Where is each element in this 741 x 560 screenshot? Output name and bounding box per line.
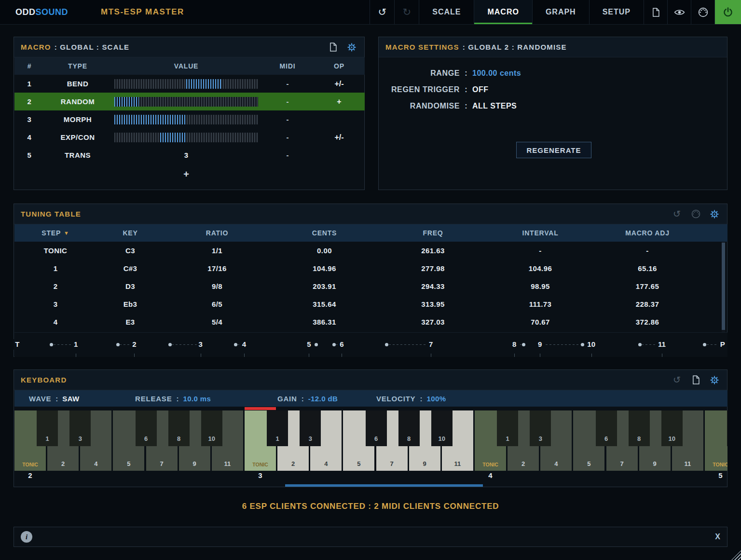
white-key-label: 5 [113, 460, 144, 467]
gear-icon[interactable] [709, 208, 720, 220]
macro-value-slider[interactable] [114, 79, 258, 89]
white-key-tonic[interactable]: TONIC [705, 410, 727, 471]
midi-icon[interactable] [691, 0, 714, 24]
resize-handle[interactable] [731, 550, 741, 560]
param-wave[interactable]: WAVE:SAW [29, 390, 80, 407]
setting-value[interactable]: ALL STEPS [472, 102, 517, 110]
add-macro-button[interactable]: + [111, 166, 261, 182]
setting-value[interactable]: OFF [472, 85, 489, 94]
setting-value[interactable]: 100.00 cents [472, 69, 521, 78]
macro-row-midi[interactable]: - [261, 80, 314, 88]
param-release[interactable]: RELEASE:10.0 ms [135, 390, 211, 407]
power-icon[interactable] [714, 0, 741, 24]
tab-setup[interactable]: SETUP [589, 0, 644, 24]
tuning-column-freq[interactable]: FREQ [379, 229, 487, 237]
setting-range[interactable]: RANGE:100.00 cents [379, 65, 727, 82]
tuning-column-key[interactable]: KEY [96, 229, 164, 237]
close-icon[interactable]: X [715, 533, 720, 541]
black-key-1[interactable]: 1 [267, 410, 288, 446]
gear-icon[interactable] [346, 41, 357, 53]
macro-row-random[interactable]: 2RANDOM-+ [14, 93, 365, 110]
undo-icon[interactable]: ↺ [671, 208, 683, 220]
regenerate-button[interactable]: REGENERATE [516, 142, 591, 158]
param-gain[interactable]: GAIN:-12.0 dB [277, 390, 338, 407]
info-icon[interactable]: i [21, 531, 32, 543]
black-key-3[interactable]: 3 [300, 410, 321, 446]
tuning-column-macro-adj[interactable]: MACRO ADJ [593, 229, 701, 237]
macro-value-slider[interactable] [114, 97, 258, 107]
black-key-1[interactable]: 1 [37, 410, 58, 446]
macro-row-midi[interactable]: - [261, 97, 314, 106]
ruler-handle[interactable] [332, 343, 336, 346]
tuning-row[interactable]: 2D39/8203.91294.3398.95177.65 [14, 277, 727, 295]
undo-icon[interactable]: ↺ [370, 0, 394, 24]
tab-graph[interactable]: GRAPH [532, 0, 589, 24]
macro-row-op[interactable]: + [314, 97, 365, 106]
redo-icon[interactable]: ↻ [394, 0, 419, 24]
black-key-8[interactable]: 8 [629, 410, 650, 446]
ruler-handle[interactable] [638, 343, 642, 346]
macro-row-midi[interactable]: - [261, 133, 314, 141]
tuning-column-step[interactable]: STEP▼ [14, 229, 96, 237]
macro-row-trans[interactable]: 5TRANS3- [14, 146, 365, 164]
tuning-scrollbar-thumb[interactable] [722, 243, 725, 330]
ruler-handle[interactable] [581, 343, 584, 346]
black-key-1[interactable]: 1 [727, 410, 727, 446]
tuning-column-cents[interactable]: CENTS [270, 229, 379, 237]
macro-row-midi[interactable]: - [261, 151, 314, 159]
macro-row-exp-con[interactable]: 4EXP/CON-+/- [14, 128, 365, 146]
ruler-handle[interactable] [234, 343, 237, 346]
eye-icon[interactable] [667, 0, 691, 24]
ruler-handle[interactable] [116, 343, 120, 346]
undo-icon[interactable]: ↺ [671, 374, 683, 386]
midi-icon[interactable] [690, 208, 701, 220]
tuning-row[interactable]: TONICC31/10.00261.63-- [14, 242, 727, 260]
ruler-handle[interactable] [50, 343, 53, 346]
macro-row-op[interactable]: +/- [314, 80, 365, 88]
file-icon[interactable] [690, 374, 701, 386]
black-key-label: 3 [530, 435, 551, 442]
tuning-row[interactable]: 4E35/4386.31327.0370.67372.86 [14, 313, 727, 331]
black-key-10[interactable]: 10 [661, 410, 683, 446]
tuning-row[interactable]: 1C#317/16104.96277.98104.9665.16 [14, 260, 727, 277]
ruler-tick [342, 354, 342, 357]
macro-value-text[interactable]: 3 [184, 151, 188, 159]
tuning-column-interval[interactable]: INTERVAL [487, 229, 593, 237]
tuning-column-ratio[interactable]: RATIO [164, 229, 270, 237]
black-key-10[interactable]: 10 [201, 410, 222, 446]
gear-icon[interactable] [709, 374, 720, 386]
black-key-6[interactable]: 6 [136, 410, 157, 446]
tuning-scrollbar[interactable] [722, 242, 725, 332]
ruler-handle[interactable] [385, 343, 388, 346]
param-velocity[interactable]: VELOCITY:100% [376, 390, 446, 407]
macro-row-morph[interactable]: 3MORPH- [14, 110, 365, 128]
keyboard-scrollbar[interactable] [285, 484, 483, 487]
ruler-handle[interactable] [703, 343, 706, 346]
tuning-column-label: KEY [123, 229, 137, 237]
black-key-10[interactable]: 10 [431, 410, 453, 446]
black-key-1[interactable]: 1 [497, 410, 518, 446]
tab-scale[interactable]: SCALE [419, 0, 474, 24]
black-key-3[interactable]: 3 [69, 410, 91, 446]
ruler-label: 11 [656, 339, 668, 350]
ruler-handle[interactable] [168, 343, 172, 346]
macro-panel-header: MACRO : GLOBAL : SCALE [14, 37, 364, 57]
macro-row-bend[interactable]: 1BEND-+/- [14, 75, 365, 93]
ruler-handle[interactable] [315, 343, 318, 346]
black-key-8[interactable]: 8 [168, 410, 190, 446]
macro-row-op[interactable]: +/- [314, 133, 365, 142]
black-key-6[interactable]: 6 [596, 410, 617, 446]
macro-row-midi[interactable]: - [261, 115, 314, 123]
macro-value-slider[interactable] [114, 133, 258, 142]
macro-value-slider[interactable] [114, 115, 258, 124]
black-key-6[interactable]: 6 [366, 410, 387, 446]
black-key-8[interactable]: 8 [398, 410, 420, 446]
tab-macro[interactable]: MACRO [474, 0, 532, 24]
ruler-handle[interactable] [522, 343, 525, 346]
black-key-3[interactable]: 3 [530, 410, 551, 446]
file-icon[interactable] [327, 41, 339, 53]
setting-regen-trigger[interactable]: REGEN TRIGGER:OFF [379, 82, 727, 98]
setting-randomise[interactable]: RANDOMISE:ALL STEPS [379, 98, 727, 114]
file-icon[interactable] [644, 0, 667, 24]
tuning-row[interactable]: 3Eb36/5315.64313.95111.73228.37 [14, 295, 727, 313]
